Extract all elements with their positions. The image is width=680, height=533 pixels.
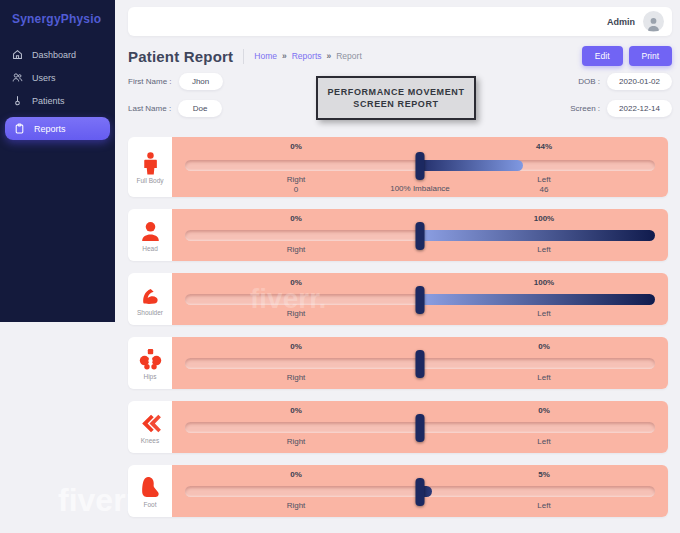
report-row-shoulder: Shoulder 0% 100% Right Left: [128, 273, 668, 325]
breadcrumb-separator: »: [327, 51, 332, 61]
foot-icon: [138, 475, 163, 500]
app-root: SynergyPhysio Dashboard Users: [0, 0, 680, 533]
last-name-label: Last Name :: [128, 104, 171, 113]
logo-text: SynergyPhysio: [12, 12, 101, 26]
dob-field[interactable]: 2020-01-02: [607, 73, 672, 90]
first-name-field[interactable]: Jhon: [179, 73, 223, 90]
body-part-card: Head: [128, 209, 172, 261]
avatar[interactable]: [643, 11, 664, 32]
breadcrumb-reports[interactable]: Reports: [292, 51, 322, 61]
imbalance-label: 100% Imbalance: [390, 184, 450, 193]
breadcrumb-home[interactable]: Home: [254, 51, 277, 61]
breadcrumb-current: Report: [336, 51, 362, 61]
slider-handle[interactable]: [416, 350, 425, 378]
right-side-label: Right: [287, 245, 306, 255]
slider-track[interactable]: [185, 230, 655, 241]
users-icon: [12, 72, 23, 83]
right-side-label: Right: [287, 309, 306, 319]
slider-track[interactable]: [185, 294, 655, 305]
sidebar-item-users[interactable]: Users: [0, 67, 115, 88]
body-part-card: Knees: [128, 401, 172, 453]
right-percent: 0%: [290, 406, 302, 415]
sidebar-item-label: Reports: [34, 124, 66, 134]
sidebar-item-reports[interactable]: Reports: [5, 117, 110, 140]
slider-track[interactable]: [185, 160, 655, 171]
slider-fill: [420, 294, 655, 305]
patient-form-left: First Name : Jhon Last Name : Doe: [128, 73, 223, 127]
breadcrumb-separator: »: [282, 51, 287, 61]
slider-fill: [420, 160, 523, 171]
sidebar-item-dashboard[interactable]: Dashboard: [0, 44, 115, 65]
person-icon: [645, 15, 662, 32]
sidebar-item-label: Users: [32, 73, 56, 83]
body-part-card: Full Body: [128, 137, 172, 197]
full-body-icon: [138, 151, 163, 176]
sidebar-item-patients[interactable]: Patients: [0, 90, 115, 111]
right-percent: 0%: [290, 142, 302, 151]
report-row-knees: Knees 0% 0% Right Left: [128, 401, 668, 453]
report-row-full-body: Full Body 0% 44% Right0 100% Imbalance L…: [128, 137, 668, 197]
report-row-head: Head 0% 100% Right Left: [128, 209, 668, 261]
body-part-label: Hips: [143, 373, 156, 380]
dob-label: DOB :: [578, 77, 600, 86]
patient-form-right: DOB : 2020-01-02 Screen : 2022-12-14: [570, 73, 672, 127]
slider-track[interactable]: [185, 486, 655, 497]
left-side-label: Left: [537, 309, 550, 319]
slider-track[interactable]: [185, 422, 655, 433]
body-part-label: Knees: [141, 437, 159, 444]
imbalance-slider: 0% 100% Right Left: [172, 209, 668, 261]
left-side-label: Left: [537, 501, 550, 511]
right-percent: 0%: [290, 342, 302, 351]
right-percent: 0%: [290, 278, 302, 287]
left-percent: 5%: [538, 470, 550, 479]
sidebar-menu: Dashboard Users Patients Reports: [0, 44, 115, 140]
sidebar-item-label: Dashboard: [32, 50, 76, 60]
imbalance-slider: 0% 100% Right Left: [172, 273, 668, 325]
topbar: Admin: [128, 7, 672, 36]
slider-handle[interactable]: [416, 152, 425, 180]
knees-icon: [138, 411, 163, 436]
screen-date-field[interactable]: 2022-12-14: [607, 100, 672, 117]
left-side-label: Left46: [537, 175, 550, 194]
left-percent: 44%: [536, 142, 552, 151]
breadcrumb: Home » Reports » Report: [254, 51, 361, 61]
imbalance-slider: 0% 0% Right Left: [172, 401, 668, 453]
sidebar: SynergyPhysio Dashboard Users: [0, 0, 115, 322]
body-part-label: Shoulder: [137, 309, 163, 316]
left-side-label: Left: [537, 373, 550, 383]
body-part-label: Full Body: [136, 177, 163, 184]
right-side-label: Right: [287, 373, 306, 383]
divider: [243, 49, 244, 64]
head-icon: [138, 219, 163, 244]
page-title: Patient Report: [128, 48, 233, 65]
right-percent: 0%: [290, 214, 302, 223]
right-percent: 0%: [290, 470, 302, 479]
print-button[interactable]: Print: [629, 46, 672, 66]
slider-handle[interactable]: [416, 222, 425, 250]
left-percent: 100%: [534, 278, 554, 287]
right-side-label: Right: [287, 437, 306, 447]
slider-track[interactable]: [185, 358, 655, 369]
body-part-card: Foot: [128, 465, 172, 517]
clipboard-icon: [14, 123, 25, 134]
home-icon: [12, 49, 23, 60]
sidebar-item-label: Patients: [32, 96, 65, 106]
slider-fill: [420, 230, 655, 241]
edit-button[interactable]: Edit: [582, 46, 623, 66]
slider-handle[interactable]: [416, 478, 425, 506]
left-percent: 0%: [538, 342, 550, 351]
screen-label: Screen :: [570, 104, 600, 113]
report-row-foot: Foot 0% 5% Right Left: [128, 465, 668, 517]
slider-handle[interactable]: [416, 414, 425, 442]
page-header: Patient Report Home » Reports » Report E…: [128, 46, 672, 66]
left-side-label: Left: [537, 437, 550, 447]
report-title-line2: SCREEN REPORT: [353, 98, 438, 110]
logo: SynergyPhysio: [0, 0, 115, 36]
imbalance-slider: 0% 44% Right0 100% Imbalance Left46: [172, 137, 668, 197]
body-part-card: Hips: [128, 337, 172, 389]
last-name-field[interactable]: Doe: [178, 100, 222, 117]
slider-handle[interactable]: [416, 286, 425, 314]
first-name-label: First Name :: [128, 77, 172, 86]
imbalance-slider: 0% 0% Right Left: [172, 337, 668, 389]
report-title-box: PERFORMANCE MOVEMENT SCREEN REPORT: [316, 76, 476, 120]
